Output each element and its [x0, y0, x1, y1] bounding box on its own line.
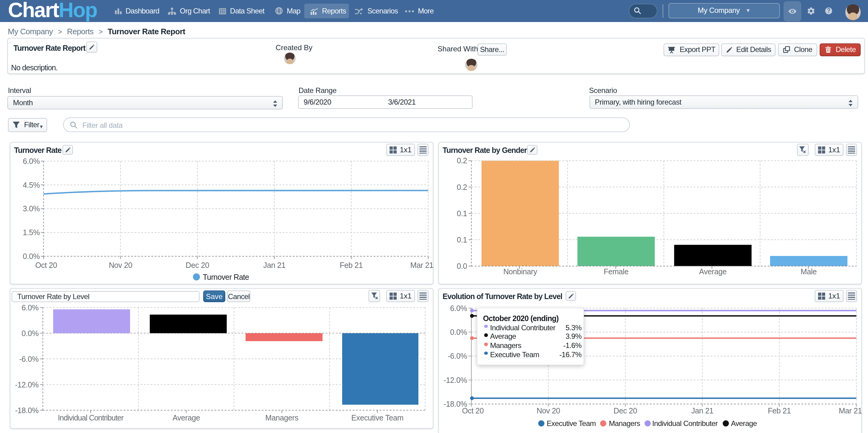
svg-text:Executive Team: Executive Team: [351, 413, 403, 422]
svg-text:-6.0%: -6.0%: [448, 352, 467, 361]
svg-text:6.0%: 6.0%: [23, 157, 40, 165]
svg-text:Individual Contributer: Individual Contributer: [58, 413, 123, 422]
svg-text:Mar 21: Mar 21: [839, 406, 862, 415]
svg-text:3.0%: 3.0%: [23, 204, 40, 213]
svg-text:Nov 20: Nov 20: [536, 406, 560, 415]
svg-text:Jan 21: Jan 21: [691, 406, 713, 415]
svg-text:Mar 21: Mar 21: [410, 261, 433, 269]
svg-text:6.0%: 6.0%: [22, 303, 38, 312]
svg-text:Feb 21: Feb 21: [768, 406, 791, 415]
svg-text:Jan 21: Jan 21: [263, 261, 285, 269]
svg-text:Individual Contributer: Individual Contributer: [652, 419, 718, 428]
svg-text:0.2: 0.2: [457, 156, 467, 165]
svg-text:0.0%: 0.0%: [22, 329, 38, 338]
svg-text:Executive Team: Executive Team: [547, 419, 596, 428]
svg-text:-6.0%: -6.0%: [19, 355, 38, 363]
svg-text:Feb 21: Feb 21: [339, 261, 362, 269]
svg-text:0.0: 0.0: [457, 262, 467, 270]
svg-text:-12.0%: -12.0%: [443, 376, 467, 385]
svg-text:0.1: 0.1: [457, 209, 467, 218]
svg-text:0.0%: 0.0%: [23, 252, 40, 261]
svg-text:Male: Male: [801, 267, 817, 276]
svg-text:Nonbinary: Nonbinary: [503, 267, 537, 276]
svg-text:Dec 20: Dec 20: [614, 406, 637, 415]
svg-text:1.5%: 1.5%: [23, 228, 40, 237]
svg-text:Oct 20: Oct 20: [462, 406, 484, 415]
svg-text:-18.0%: -18.0%: [15, 406, 38, 415]
svg-text:4.5%: 4.5%: [23, 181, 40, 189]
svg-text:0.2: 0.2: [457, 183, 467, 192]
svg-text:0.0%: 0.0%: [450, 328, 467, 336]
svg-text:-12.0%: -12.0%: [15, 380, 38, 389]
svg-text:Dec 20: Dec 20: [185, 261, 209, 269]
svg-text:Turnover Rate: Turnover Rate: [203, 273, 249, 281]
svg-text:Average: Average: [172, 413, 200, 422]
svg-text:Average: Average: [731, 419, 757, 428]
svg-text:Managers: Managers: [609, 419, 640, 428]
svg-text:Oct 20: Oct 20: [35, 261, 57, 269]
svg-text:6.0%: 6.0%: [450, 304, 467, 312]
svg-text:Average: Average: [699, 267, 726, 276]
svg-text:Managers: Managers: [265, 413, 298, 422]
svg-text:0.1: 0.1: [457, 235, 467, 244]
svg-text:Nov 20: Nov 20: [108, 261, 132, 269]
svg-text:Female: Female: [604, 267, 629, 276]
